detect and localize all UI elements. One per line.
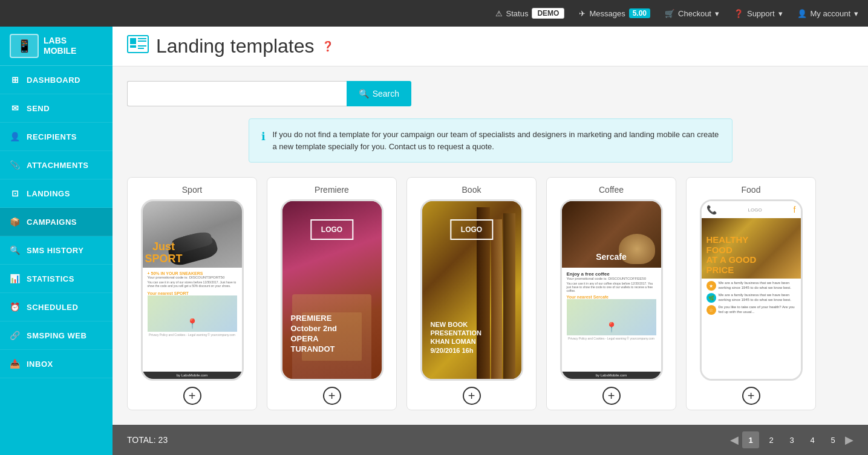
food-phone-header: 📞 LOGO f	[702, 201, 801, 218]
sidebar-item-label: LANDINGS	[27, 189, 70, 198]
sidebar-item-label: SEND	[27, 104, 50, 113]
template-name-food: Food	[742, 185, 761, 195]
status-label: Status	[506, 9, 529, 18]
account-icon: 👤	[797, 9, 807, 18]
food-facebook-icon: f	[794, 205, 796, 215]
sidebar-item-recipients[interactable]: 👤 RECIPIENTS	[0, 123, 113, 151]
template-name-sport: Sport	[182, 185, 202, 195]
attachments-icon: 📎	[10, 160, 21, 170]
sidebar-item-scheduled[interactable]: ⏰ SCHEDULED	[0, 293, 113, 321]
add-food-template-button[interactable]: +	[742, 387, 760, 405]
coffee-enjoy: Enjoy a free coffee	[567, 271, 656, 277]
pagination-prev-icon[interactable]: ◀	[730, 433, 739, 447]
pagination-page-1[interactable]: 1	[742, 431, 759, 448]
support-icon: ❓	[734, 9, 743, 18]
template-phone-food: 📞 LOGO f HEALTHY FOOD AT A GOOD	[700, 199, 803, 381]
checkout-chevron-icon: ▾	[715, 9, 719, 18]
campaigns-icon: 📦	[10, 216, 21, 227]
sport-promo: + 50% IN YOUR SNEAKERS	[148, 271, 237, 276]
template-name-book: Book	[462, 185, 481, 195]
add-sport-template-button[interactable]: +	[183, 387, 201, 405]
food-item-2: 🌿 We are a family business that we have …	[706, 293, 796, 303]
coffee-privacy: Privacy Policy and Cookies - Legal warni…	[567, 335, 656, 341]
sidebar-logo: 📱 LABSMOBILE	[0, 27, 113, 66]
search-input[interactable]	[127, 81, 347, 106]
sidebar-item-label: INBOX	[27, 360, 53, 369]
account-nav-item[interactable]: 👤 My account ▾	[797, 9, 858, 18]
pagination-page-4[interactable]: 4	[804, 431, 821, 448]
add-coffee-template-button[interactable]: +	[602, 387, 621, 405]
info-icon: ℹ	[261, 130, 266, 143]
sidebar-item-sms-history[interactable]: 🔍 SMS HISTORY	[0, 236, 113, 265]
messages-badge: 5.00	[629, 8, 650, 18]
messages-nav-item[interactable]: ✈ Messages 5.00	[579, 8, 650, 18]
pagination-page-3[interactable]: 3	[783, 431, 800, 448]
svg-rect-3	[138, 38, 146, 39]
messages-label: Messages	[589, 9, 625, 18]
sidebar-item-send[interactable]: ✉ SEND	[0, 94, 113, 123]
pagination-page-5[interactable]: 5	[824, 431, 841, 448]
sidebar-item-statistics[interactable]: 📊 STATISTICS	[0, 265, 113, 293]
sport-footer: by LabsMobile.com	[143, 372, 242, 379]
template-phone-sport: JustSPORT + 50% IN YOUR SNEAKERS Your pr…	[141, 199, 244, 381]
food-item-text-2: We are a family business that we have be…	[719, 293, 796, 303]
add-premiere-template-button[interactable]: +	[323, 387, 341, 405]
svg-rect-4	[138, 40, 146, 42]
svg-rect-1	[130, 38, 136, 44]
sidebar: 📱 LABSMOBILE ⊞ DASHBOARD ✉ SEND 👤 RECIPI…	[0, 27, 113, 455]
sidebar-item-inbox[interactable]: 📥 INBOX	[0, 350, 113, 378]
sidebar-item-label: ATTACHMENTS	[27, 161, 89, 170]
support-label: Support	[747, 9, 775, 18]
pagination-next-icon[interactable]: ▶	[845, 433, 853, 447]
map-pin-icon: 📍	[186, 318, 198, 329]
sidebar-item-label: DASHBOARD	[27, 76, 80, 85]
food-logo: LOGO	[748, 207, 762, 213]
template-card-food: Food 📞 LOGO f HEALTHY	[686, 177, 816, 410]
pagination-page-2[interactable]: 2	[763, 431, 780, 448]
help-icon[interactable]: ❓	[322, 40, 334, 52]
search-button[interactable]: 🔍 Search	[347, 81, 411, 106]
inbox-icon: 📥	[10, 358, 21, 369]
sidebar-item-attachments[interactable]: 📎 ATTACHMENTS	[0, 151, 113, 179]
add-book-template-button[interactable]: +	[463, 387, 481, 405]
sidebar-item-label: SMS HISTORY	[27, 246, 83, 255]
checkout-icon: 🛒	[665, 9, 674, 18]
sidebar-item-dashboard[interactable]: ⊞ DASHBOARD	[0, 66, 113, 94]
sport-nearest: Your nearest SPORT	[148, 291, 237, 295]
sport-title: JustSPORT	[145, 241, 183, 265]
sidebar-item-label: STATISTICS	[27, 274, 74, 283]
sidebar-item-campaigns[interactable]: 📦 CAMPAIGNS	[0, 208, 113, 236]
premiere-logo-box: LOGO	[310, 219, 353, 240]
coffee-map: 📍	[567, 299, 656, 335]
sidebar-item-landings[interactable]: ⊡ LANDINGS	[0, 179, 113, 208]
support-chevron-icon: ▾	[778, 9, 783, 18]
support-nav-item[interactable]: ❓ Support ▾	[734, 9, 783, 18]
template-name-coffee: Coffee	[599, 185, 624, 195]
search-icon: 🔍	[359, 89, 369, 98]
food-image: HEALTHY FOOD AT A GOOD PRICE	[702, 218, 801, 279]
premiere-text: PREMIERE October 2nd OPERA TURANDOT	[291, 314, 338, 355]
template-phone-coffee: Sercafe Enjoy a free coffee Your promoti…	[560, 199, 663, 381]
template-phone-premiere: LOGO PREMIERE October 2nd OPERA TURANDOT	[281, 199, 383, 381]
template-name-premiere: Premiere	[315, 185, 349, 195]
sport-privacy: Privacy Policy and Cookies - Legal warni…	[148, 332, 237, 338]
footer-total: TOTAL: 23	[127, 435, 168, 445]
checkout-nav-item[interactable]: 🛒 Checkout ▾	[665, 9, 719, 18]
account-label: My account	[811, 9, 850, 18]
demo-badge: DEMO	[532, 8, 564, 19]
coffee-map-pin-icon: 📍	[605, 321, 618, 333]
coffee-code: Your promotional code is: DISCOUNTCOFFEE…	[567, 277, 656, 280]
scheduled-icon: ⏰	[10, 302, 21, 312]
sidebar-item-label: RECIPIENTS	[27, 132, 77, 141]
food-item-3: ☆ Do you like to take care of your healt…	[706, 305, 796, 315]
landings-icon: ⊡	[10, 188, 21, 199]
sport-code: Your promotional code is: DISCOUNTSPORT5…	[148, 276, 237, 279]
sidebar-item-smsping-web[interactable]: 🔗 SMSPING WEB	[0, 321, 113, 350]
food-item-text-1: We are a family business that we have be…	[719, 281, 796, 291]
send-icon: ✉	[10, 103, 21, 114]
food-item-icon-2: 🌿	[706, 293, 716, 303]
food-item-icon-1: ★	[706, 281, 716, 291]
statistics-icon: 📊	[10, 273, 21, 284]
status-warning-icon: ⚠	[495, 9, 503, 18]
food-item-text-3: Do you like to take care of your health?…	[719, 305, 796, 315]
